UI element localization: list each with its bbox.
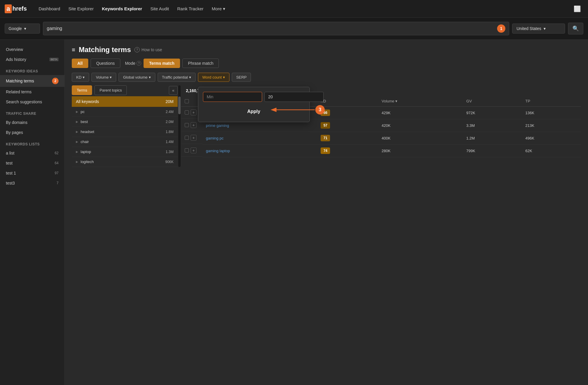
sidebar-item-by-domains[interactable]: By domains	[0, 117, 64, 127]
add-keyword-button[interactable]: +	[191, 147, 196, 153]
filter-traffic-potential[interactable]: Traffic potential ▾	[158, 73, 196, 82]
kw-name: pc	[81, 109, 166, 114]
logo[interactable]: a hrefs	[5, 4, 27, 13]
row-checkbox[interactable]	[185, 123, 189, 127]
kw-arrow-icon: ▶	[76, 150, 78, 153]
bottom-section: Terms Parent topics « All keywords 20M ▶…	[72, 85, 581, 167]
sidebar-item-test1[interactable]: test 1 97	[0, 168, 64, 178]
word-count-max-input[interactable]	[264, 92, 324, 102]
row-checkbox[interactable]	[185, 148, 189, 152]
table-row: + gaming pc 71 400K 1.2M 496K	[181, 132, 581, 145]
kd-chevron-icon: ▾	[83, 75, 85, 79]
nav-site-audit[interactable]: Site Audit	[147, 4, 172, 14]
nav-dashboard[interactable]: Dashboard	[35, 4, 64, 14]
sidebar-section-keyword-ideas: Keyword ideas	[0, 64, 64, 75]
collapse-button[interactable]: «	[169, 86, 178, 95]
search-bar: Google ▾ 1 United States ▾ 🔍	[0, 18, 588, 40]
kd-cell: 71	[317, 132, 378, 145]
window-icon[interactable]: ⬜	[571, 3, 583, 15]
keyword-cell[interactable]: gaming laptop	[202, 145, 317, 157]
apply-button[interactable]: Apply	[203, 106, 305, 117]
nav-links: Dashboard Site Explorer Keywords Explore…	[35, 4, 303, 14]
nav-more[interactable]: More ▾	[208, 4, 229, 14]
gv-cell: 1.2M	[463, 132, 522, 145]
nav-rank-tracker[interactable]: Rank Tracker	[174, 4, 207, 14]
sidebar-item-test[interactable]: test 64	[0, 158, 64, 168]
filter-word-count[interactable]: Word count ▾	[198, 73, 229, 82]
nav-site-explorer[interactable]: Site Explorer	[65, 4, 97, 14]
engine-chevron-icon: ▾	[24, 26, 26, 31]
add-keyword-button[interactable]: +	[191, 135, 196, 141]
logo-hrefs: hrefs	[12, 5, 27, 12]
list-item[interactable]: ▶ best 2.0M	[72, 117, 178, 127]
tab-questions[interactable]: Questions	[91, 59, 120, 68]
keyword-list: All keywords 20M ▶ pc 2.4M ▶ best 2.0M	[72, 96, 178, 167]
add-keyword-button[interactable]: +	[191, 109, 196, 115]
sidebar-item-ads-history[interactable]: Ads history BETA	[0, 54, 64, 64]
step1-badge: 1	[497, 24, 505, 33]
page-header: ≡ Matching terms ? How to use	[72, 46, 581, 54]
gv-chevron-icon: ▾	[149, 75, 151, 79]
search-button[interactable]: 🔍	[568, 23, 583, 34]
kd-badge: 71	[321, 135, 330, 141]
list-item[interactable]: ▶ headset 1.8M	[72, 127, 178, 137]
tabs-row: All Questions Mode ? Terms match Phrase …	[72, 59, 581, 68]
list-item[interactable]: ▶ laptop 1.3M	[72, 147, 178, 157]
keyword-cell[interactable]: gaming pc	[202, 132, 317, 145]
mode-label: Mode ?	[125, 61, 141, 66]
filter-volume[interactable]: Volume ▾	[91, 73, 116, 82]
word-count-min-input[interactable]	[203, 92, 262, 102]
add-keyword-button[interactable]: +	[191, 122, 196, 128]
tab-all[interactable]: All	[72, 59, 88, 68]
tp-cell: 213K	[522, 119, 581, 132]
kw-arrow-icon: ▶	[76, 140, 78, 143]
kw-name: logitech	[81, 160, 165, 164]
chevron-down-icon: ▾	[223, 6, 225, 11]
sidebar-item-matching-terms[interactable]: Matching terms 2	[0, 75, 64, 87]
filter-global-volume[interactable]: Global volume ▾	[119, 73, 155, 82]
sidebar-item-by-pages[interactable]: By pages	[0, 127, 64, 137]
search-input[interactable]	[47, 26, 497, 31]
subtab-terms[interactable]: Terms	[72, 85, 92, 95]
tp-chevron-icon: ▾	[189, 75, 191, 79]
volume-chevron-icon: ▾	[110, 75, 112, 79]
tab-terms-match[interactable]: Terms match	[144, 59, 180, 68]
subtab-parent-topics[interactable]: Parent topics	[94, 85, 127, 95]
tp-cell: 496K	[522, 132, 581, 145]
search-engine-select[interactable]: Google ▾	[5, 24, 40, 34]
sidebar-item-test3[interactable]: test3 7	[0, 178, 64, 188]
kw-all-keywords-row[interactable]: All keywords 20M	[72, 96, 178, 107]
row-checkbox[interactable]	[185, 110, 189, 114]
kw-volume: 2.4M	[166, 110, 174, 114]
list-item[interactable]: ▶ chair 1.4M	[72, 137, 178, 147]
th-volume[interactable]: Volume ▾	[378, 96, 463, 107]
mode-help-icon[interactable]: ?	[136, 61, 141, 66]
scrollbar[interactable]	[178, 85, 181, 167]
sidebar-item-a-list[interactable]: a list 62	[0, 148, 64, 158]
country-chevron-icon: ▾	[544, 26, 546, 31]
how-to-use-button[interactable]: ? How to use	[134, 47, 162, 52]
kw-name: laptop	[81, 150, 166, 154]
logo-a-letter: a	[5, 4, 12, 13]
kw-name: headset	[81, 130, 166, 134]
country-select[interactable]: United States ▾	[512, 24, 565, 34]
engine-label: Google	[9, 26, 22, 31]
hamburger-icon[interactable]: ≡	[72, 47, 75, 53]
tab-phrase-match[interactable]: Phrase match	[182, 59, 219, 68]
select-all-checkbox[interactable]	[185, 99, 189, 103]
beta-badge: BETA	[49, 58, 59, 61]
sidebar-item-search-suggestions[interactable]: Search suggestions	[0, 97, 64, 107]
filter-kd[interactable]: KD ▾	[72, 73, 89, 82]
row-checkbox[interactable]	[185, 136, 189, 140]
kd-badge: 74	[321, 147, 330, 154]
sidebar-item-overview[interactable]: Overview	[0, 44, 64, 54]
word-count-popup: Apply	[198, 87, 310, 122]
tp-cell: 62K	[522, 145, 581, 157]
list-item[interactable]: ▶ pc 2.4M	[72, 107, 178, 117]
sidebar-item-related-terms[interactable]: Related terms	[0, 87, 64, 97]
nav-keywords-explorer[interactable]: Keywords Explorer	[98, 4, 146, 14]
main-layout: Overview Ads history BETA Keyword ideas …	[0, 40, 588, 385]
filter-serp[interactable]: SERP	[232, 73, 251, 82]
list-item[interactable]: ▶ logitech 906K	[72, 157, 178, 167]
kd-cell: 74	[317, 145, 378, 157]
